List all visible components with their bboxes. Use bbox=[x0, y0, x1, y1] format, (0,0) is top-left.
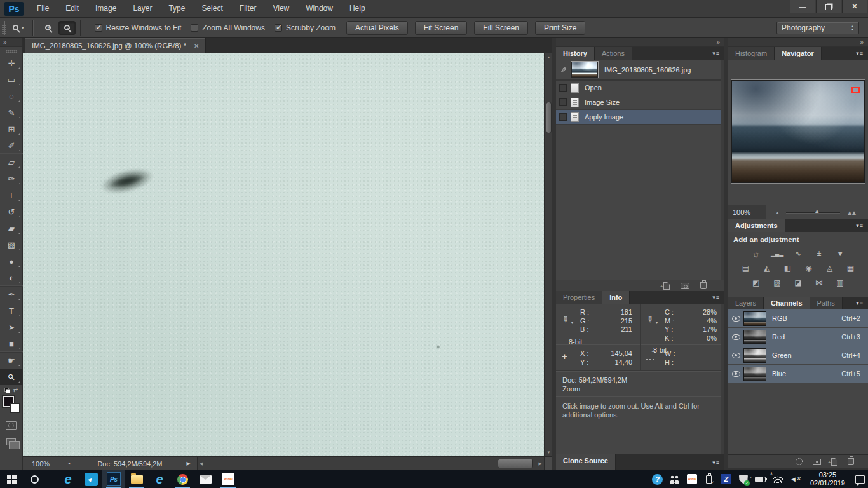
history-snapshot-row[interactable]: IMG_20180805_160626.jpg bbox=[556, 60, 724, 81]
zoom-out-button[interactable]: − bbox=[58, 21, 76, 35]
move-tool[interactable]: ✛ bbox=[0, 55, 23, 71]
tray-wind-tray-button[interactable] bbox=[686, 471, 698, 487]
history-item-image-size[interactable]: Image Size bbox=[556, 95, 724, 110]
adjustments-tab[interactable]: Adjustments bbox=[728, 219, 785, 232]
menu-type[interactable]: Type bbox=[160, 0, 193, 17]
zoom-slider-thumb[interactable]: ▲ bbox=[814, 208, 820, 214]
delete-channel-icon[interactable] bbox=[848, 458, 854, 465]
taskbar-internet-explorer-button[interactable] bbox=[148, 470, 171, 488]
eraser-tool[interactable]: ▰ bbox=[0, 220, 23, 236]
panel-scroll-gutter[interactable] bbox=[721, 60, 724, 280]
invert-adjustment-icon[interactable]: ◩ bbox=[749, 277, 764, 288]
navigator-thumbnail[interactable] bbox=[731, 80, 865, 183]
zoom-out-small-icon[interactable]: ▲ bbox=[775, 210, 780, 215]
status-zoom-level[interactable]: 100% bbox=[32, 460, 50, 468]
navigator-tab-navigator[interactable]: Navigator bbox=[775, 47, 822, 60]
eyedropper-icon[interactable]: ▾ bbox=[646, 314, 653, 323]
fill-screen-button[interactable]: Fill Screen bbox=[474, 21, 528, 35]
panel-scroll-gutter[interactable] bbox=[721, 304, 724, 454]
hue-saturation-adjustment-icon[interactable]: ▤ bbox=[738, 262, 754, 274]
lasso-tool[interactable]: ◌ bbox=[0, 88, 23, 104]
dock-collapse-icon[interactable] bbox=[556, 38, 724, 47]
dodge-tool[interactable]: ◐ bbox=[0, 269, 23, 286]
action-center-button[interactable] bbox=[854, 471, 865, 487]
pen-tool[interactable]: ✒ bbox=[0, 286, 23, 302]
status-menu-arrow-icon[interactable]: ▶ bbox=[187, 461, 191, 466]
scroll-right-icon[interactable]: ▶ bbox=[539, 461, 542, 466]
taskbar-photoshop-button[interactable] bbox=[102, 470, 125, 488]
zoom-tool[interactable]: ⚲ bbox=[0, 369, 23, 385]
tray-help-button[interactable] bbox=[652, 471, 663, 487]
taskbar-edge-button[interactable] bbox=[57, 470, 79, 488]
levels-adjustment-icon[interactable]: ▁▄▂ bbox=[770, 248, 785, 259]
checkbox-box[interactable] bbox=[95, 24, 102, 32]
background-color-swatch[interactable] bbox=[10, 403, 20, 413]
channel-mixer-adjustment-icon[interactable]: ◬ bbox=[822, 262, 837, 274]
history-brush-tool[interactable]: ↺ bbox=[0, 203, 23, 220]
checkbox-scrubby-zoom[interactable]: Scrubby Zoom bbox=[275, 24, 336, 32]
tray-wifi-button[interactable] bbox=[772, 471, 783, 487]
panel-menu-icon[interactable] bbox=[712, 47, 724, 60]
curves-adjustment-icon[interactable]: ∿ bbox=[790, 248, 806, 259]
channel-row-red[interactable]: RedCtrl+3 bbox=[728, 328, 868, 346]
path-selection-tool[interactable]: ➤ bbox=[0, 319, 23, 336]
swap-colors-icon[interactable]: ⇄ bbox=[13, 387, 18, 393]
image-canvas[interactable] bbox=[23, 53, 544, 456]
panel-resize-grip[interactable] bbox=[860, 209, 867, 215]
panel-menu-icon[interactable] bbox=[856, 297, 868, 309]
channel-row-rgb[interactable]: RGBCtrl+2 bbox=[728, 309, 868, 328]
workspace-switcher[interactable]: Photography ▲▼ bbox=[776, 22, 859, 34]
brightness-contrast-adjustment-icon[interactable]: ☼ bbox=[749, 248, 764, 259]
channels-tab-paths[interactable]: Paths bbox=[810, 297, 843, 309]
vertical-scroll-thumb[interactable] bbox=[546, 102, 552, 133]
color-lookup-adjustment-icon[interactable]: ▦ bbox=[843, 262, 858, 274]
menu-select[interactable]: Select bbox=[193, 0, 231, 17]
selective-color-adjustment-icon[interactable]: ▥ bbox=[832, 277, 848, 288]
menu-view[interactable]: View bbox=[264, 0, 297, 17]
type-tool[interactable]: T bbox=[0, 302, 23, 319]
menu-window[interactable]: Window bbox=[297, 0, 341, 17]
delete-state-icon[interactable] bbox=[700, 282, 707, 289]
exposure-adjustment-icon[interactable]: ± bbox=[811, 248, 827, 259]
channel-visibility-toggle[interactable] bbox=[728, 353, 743, 358]
restore-button[interactable] bbox=[816, 0, 841, 13]
taskbar-chrome-button[interactable] bbox=[171, 470, 194, 488]
crop-tool[interactable]: ⊞ bbox=[0, 121, 23, 137]
actual-pixels-button[interactable]: Actual Pixels bbox=[346, 21, 408, 35]
navigator-tab-histogram[interactable]: Histogram bbox=[728, 47, 775, 60]
zoom-in-button[interactable]: + bbox=[39, 21, 57, 35]
gradient-map-adjustment-icon[interactable]: ⋈ bbox=[811, 277, 827, 288]
new-channel-icon[interactable] bbox=[831, 458, 837, 466]
black-white-adjustment-icon[interactable]: ◧ bbox=[780, 262, 796, 274]
taskbar-wind-app-button[interactable] bbox=[217, 470, 240, 488]
history-source-checkbox[interactable] bbox=[559, 84, 567, 92]
quick-mask-button[interactable] bbox=[6, 421, 17, 430]
navigator-proxy-view-box[interactable] bbox=[851, 87, 860, 93]
minimize-button[interactable] bbox=[790, 0, 815, 13]
panel-menu-icon[interactable] bbox=[712, 291, 724, 304]
spot-healing-brush-tool[interactable]: ▱ bbox=[0, 154, 23, 170]
taskbar-file-explorer-button[interactable] bbox=[125, 470, 148, 488]
checkbox-box[interactable] bbox=[191, 24, 198, 32]
history-brush-source-icon[interactable] bbox=[556, 65, 571, 74]
info-tab-properties[interactable]: Properties bbox=[556, 291, 602, 304]
history-tab-actions[interactable]: Actions bbox=[595, 47, 632, 60]
zoom-in-large-icon[interactable]: ▲▲ bbox=[846, 209, 855, 216]
brush-tool[interactable]: ✑ bbox=[0, 170, 23, 187]
taskbar-rocket-app-button[interactable] bbox=[79, 470, 102, 488]
blur-tool[interactable]: ● bbox=[0, 253, 23, 269]
menu-layer[interactable]: Layer bbox=[125, 0, 160, 17]
new-document-from-state-icon[interactable] bbox=[663, 282, 670, 290]
close-document-icon[interactable] bbox=[194, 43, 199, 50]
color-balance-adjustment-icon[interactable]: ◭ bbox=[759, 262, 775, 274]
clone-stamp-tool[interactable]: ⊥ bbox=[0, 187, 23, 203]
print-size-button[interactable]: Print Size bbox=[535, 21, 585, 35]
menu-image[interactable]: Image bbox=[87, 0, 125, 17]
tray-defender-button[interactable] bbox=[738, 471, 749, 487]
clone-source-tab[interactable]: Clone Source bbox=[556, 454, 616, 470]
canvas-vertical-scrollbar[interactable]: ▲ ▼ bbox=[544, 53, 552, 456]
menu-filter[interactable]: Filter bbox=[231, 0, 265, 17]
photo-filter-adjustment-icon[interactable]: ◉ bbox=[801, 262, 817, 274]
save-selection-as-channel-icon[interactable] bbox=[813, 459, 821, 465]
channel-row-green[interactable]: GreenCtrl+4 bbox=[728, 346, 868, 365]
